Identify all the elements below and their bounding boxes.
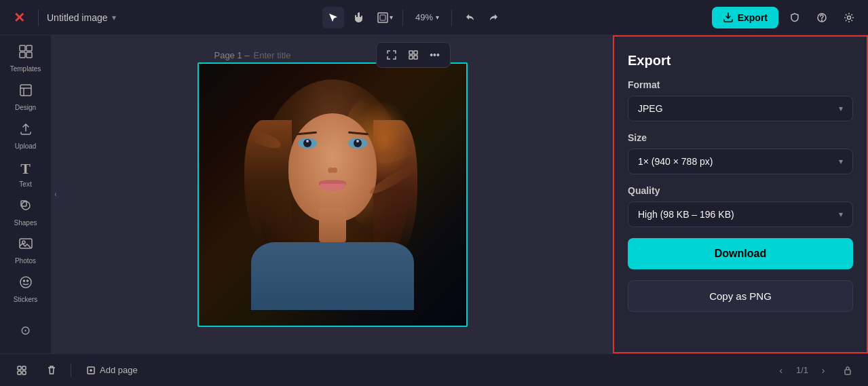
text-label: Text — [19, 180, 31, 188]
quality-value: High (98 KB – 196 KB) — [638, 209, 734, 220]
photos-icon — [18, 236, 33, 254]
svg-rect-22 — [414, 56, 417, 59]
ellipsis-icon: ••• — [430, 50, 440, 60]
svg-rect-8 — [26, 52, 32, 58]
select-tool-btn[interactable] — [322, 7, 344, 28]
bottombar: Add page ‹ 1/1 › — [0, 353, 868, 386]
svg-rect-23 — [18, 366, 21, 370]
lock-btn[interactable] — [838, 361, 857, 380]
svg-point-4 — [848, 16, 851, 19]
page-toolbar: ••• — [376, 42, 451, 68]
svg-rect-26 — [22, 371, 26, 374]
sidebar-item-photos[interactable]: Photos — [4, 233, 48, 269]
export-btn[interactable]: Export — [712, 7, 778, 28]
format-select[interactable]: JPEG ▾ — [628, 96, 853, 121]
download-btn[interactable]: Download — [628, 238, 853, 269]
sidebar-item-design[interactable]: Design — [4, 79, 48, 115]
expand-canvas-btn[interactable] — [382, 45, 401, 64]
sidebar-item-templates[interactable]: Templates — [4, 41, 48, 77]
size-arrow-icon: ▾ — [839, 157, 843, 166]
frame-dropdown-icon: ▾ — [390, 14, 393, 21]
sidebar-collapse-btn[interactable]: ‹ — [51, 182, 60, 207]
sidebar-bottom-btn[interactable]: ⊙ — [4, 312, 48, 348]
svg-point-18 — [26, 280, 28, 282]
document-title-area: Untitled image ▾ — [47, 12, 116, 23]
neck — [319, 208, 346, 242]
eyebrow-left — [296, 132, 316, 136]
bottombar-divider — [71, 364, 71, 377]
svg-rect-25 — [18, 371, 21, 374]
sidebar-bottom-icon: ⊙ — [20, 323, 31, 338]
document-title: Untitled image — [47, 12, 108, 23]
upload-label: Upload — [15, 142, 37, 150]
sidebar-item-shapes[interactable]: Shapes — [4, 195, 48, 231]
format-field-group: Format JPEG ▾ — [628, 79, 853, 121]
svg-rect-6 — [26, 45, 32, 51]
eye-highlight-right — [356, 140, 359, 142]
design-label: Design — [15, 104, 36, 111]
add-page-btn[interactable]: Add page — [79, 361, 145, 379]
svg-rect-20 — [414, 51, 417, 54]
shoulder-right — [333, 242, 414, 310]
grid-view-btn[interactable] — [404, 45, 423, 64]
hand-tool-btn[interactable] — [348, 7, 370, 28]
redo-btn[interactable] — [483, 7, 505, 28]
topbar-divider-2 — [402, 9, 403, 26]
bottombar-right: ‹ 1/1 › — [772, 361, 857, 380]
title-dropdown-icon[interactable]: ▾ — [112, 13, 116, 22]
lips — [319, 180, 346, 191]
shapes-icon — [18, 198, 33, 216]
sidebar: Templates Design Upload T Text — [0, 35, 52, 353]
canvas-frame[interactable] — [197, 62, 468, 327]
size-select[interactable]: 1× (940 × 788 px) ▾ — [628, 149, 853, 174]
svg-rect-24 — [22, 366, 26, 370]
topbar-divider-3 — [451, 9, 452, 26]
shield-btn[interactable] — [784, 7, 806, 28]
more-options-btn[interactable]: ••• — [426, 45, 445, 64]
add-page-label: Add page — [100, 365, 138, 375]
bottombar-trash-btn[interactable] — [41, 360, 62, 381]
size-value: 1× (940 × 788 px) — [638, 156, 713, 167]
sidebar-item-upload[interactable]: Upload — [4, 117, 48, 153]
size-field-group: Size 1× (940 × 788 px) ▾ — [628, 132, 853, 174]
main-area: Templates Design Upload T Text — [0, 35, 868, 353]
settings-btn[interactable] — [838, 7, 860, 28]
svg-point-3 — [822, 20, 823, 21]
eye-right — [348, 138, 367, 149]
eye-highlight-left — [306, 140, 309, 142]
topbar-center-tools: ▾ 49% ▾ — [322, 7, 505, 28]
next-page-btn[interactable]: › — [814, 361, 833, 380]
frame-tool-btn[interactable]: ▾ — [374, 7, 396, 28]
zoom-control[interactable]: 49% ▾ — [410, 9, 445, 25]
app-logo: ✕ — [8, 7, 30, 28]
quality-label: Quality — [628, 185, 853, 196]
eye-left — [298, 138, 317, 149]
help-btn[interactable] — [811, 7, 833, 28]
undo-btn[interactable] — [459, 7, 480, 28]
page-label: Page 1 – — [214, 50, 367, 60]
svg-rect-9 — [20, 85, 31, 96]
topbar: ✕ Untitled image ▾ ▾ 49% ▾ — [0, 0, 868, 35]
stickers-label: Stickers — [14, 296, 38, 303]
copy-png-btn[interactable]: Copy as PNG — [628, 280, 853, 312]
format-value: JPEG — [638, 103, 663, 114]
svg-rect-0 — [378, 13, 388, 22]
portrait — [244, 79, 421, 310]
text-icon: T — [20, 160, 31, 178]
sidebar-item-stickers[interactable]: Stickers — [4, 271, 48, 307]
page-title-input[interactable] — [254, 50, 368, 60]
export-panel: Export Format JPEG ▾ Size 1× (940 × 788 … — [613, 35, 868, 353]
bottombar-grid-btn[interactable] — [11, 360, 33, 381]
export-panel-title: Export — [628, 53, 853, 69]
svg-point-17 — [23, 280, 24, 282]
canvas-area: Page 1 – ••• — [52, 35, 613, 353]
stickers-icon — [18, 275, 33, 293]
sidebar-item-text[interactable]: T Text — [4, 156, 48, 192]
photos-label: Photos — [15, 257, 36, 265]
prev-page-btn[interactable]: ‹ — [772, 361, 791, 380]
quality-select[interactable]: High (98 KB – 196 KB) ▾ — [628, 201, 853, 227]
canvas-image — [199, 64, 466, 326]
templates-label: Templates — [10, 65, 41, 73]
collapse-icon: ‹ — [54, 191, 56, 198]
face — [288, 113, 377, 222]
